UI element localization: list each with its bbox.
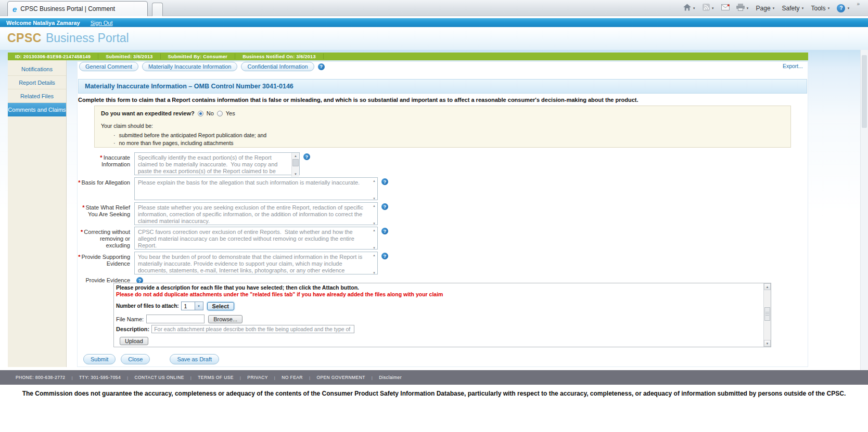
save-as-draft-button[interactable]: Save as Draft: [170, 354, 219, 364]
attachment-warning: Please do not add duplicate attachments …: [116, 291, 443, 297]
claim-bullet: no more than five pages, including attac…: [113, 140, 266, 146]
scroll-up-icon[interactable]: ▲: [764, 283, 771, 290]
inaccurate-information-textarea[interactable]: [134, 152, 300, 175]
feeds-button[interactable]: ▼: [703, 4, 714, 12]
scrollbar-thumb[interactable]: [764, 307, 770, 321]
required-marker: *: [81, 229, 83, 235]
relief-seeking-textarea[interactable]: [134, 202, 378, 225]
chevron-down-icon: ▼: [827, 7, 831, 10]
correcting-without-removing-textarea[interactable]: [134, 227, 378, 250]
toolbar-overflow-icon[interactable]: »: [857, 1, 860, 7]
sidebar-item-comments-and-claims[interactable]: Comments and Claims: [8, 103, 66, 116]
site-header: CPSC Business Portal Reports Business Ac…: [0, 27, 868, 50]
safety-menu[interactable]: Safety ▼: [782, 5, 805, 12]
textarea-scrollbar[interactable]: ▲ ▼: [291, 153, 299, 177]
field-help-icon[interactable]: ?: [381, 203, 388, 210]
chevron-down-icon: ▼: [847, 7, 850, 10]
chevron-down-icon: ▼: [772, 7, 775, 10]
new-tab-button[interactable]: [152, 3, 163, 16]
tabs-help-icon[interactable]: ?: [318, 63, 325, 70]
footer-open-government[interactable]: OPEN GOVERNMENT: [316, 375, 379, 380]
home-button[interactable]: ▼: [683, 4, 696, 12]
basis-for-allegation-textarea[interactable]: [134, 177, 378, 200]
help-menu[interactable]: ? ▼: [837, 4, 850, 12]
attachment-scrollbar[interactable]: ▲ ▼: [763, 283, 771, 347]
field-label: Provide Supporting Evidence: [81, 254, 130, 267]
submit-button[interactable]: Submit: [83, 354, 116, 364]
scroll-down-icon[interactable]: ▼: [764, 340, 771, 347]
scroll-up-icon[interactable]: ▲: [292, 153, 299, 159]
print-button[interactable]: ▼: [736, 4, 749, 12]
field-help-icon[interactable]: ?: [381, 228, 388, 234]
upload-button[interactable]: Upload: [120, 337, 148, 345]
description-input[interactable]: [151, 325, 354, 333]
welcome-text: Welcome Nataliya Zamaray: [6, 20, 80, 26]
file-name-input[interactable]: [146, 315, 205, 323]
site-footer: PHONE: 800-638-2772 TTY: 301-595-7054 CO…: [0, 370, 868, 385]
scroll-down-icon[interactable]: ▼: [292, 171, 299, 177]
mail-icon: [721, 4, 730, 12]
scroll-up-icon[interactable]: ▲: [373, 204, 376, 207]
read-mail-button[interactable]: [721, 4, 730, 12]
safety-menu-label: Safety: [782, 5, 800, 12]
sidebar-item-report-details[interactable]: Report Details: [8, 76, 66, 89]
page-menu[interactable]: Page ▼: [756, 5, 775, 12]
footer-disclaimer-link[interactable]: Disclaimer: [379, 375, 402, 380]
scroll-up-icon[interactable]: ▲: [373, 229, 376, 232]
files-count-dropdown-icon[interactable]: ▼: [195, 302, 203, 310]
footer-privacy[interactable]: PRIVACY: [247, 375, 282, 380]
radio-no[interactable]: [198, 111, 203, 116]
sidebar-item-notifications[interactable]: Notifications: [8, 62, 66, 76]
close-button[interactable]: Close: [121, 354, 150, 364]
help-icon: ?: [837, 4, 845, 12]
tab-general-comment[interactable]: General Comment: [79, 62, 138, 71]
browse-button[interactable]: Browse...: [208, 315, 242, 323]
footer-tty[interactable]: TTY: 301-595-7054: [79, 375, 135, 380]
field-help-icon[interactable]: ?: [381, 178, 388, 185]
scroll-down-icon[interactable]: ▼: [373, 197, 376, 200]
footer-contact-us[interactable]: CONTACT US ONLINE: [135, 375, 198, 380]
browser-chrome: e CPSC Business Portal | Comment ▼ ▼ ▼ P…: [0, 0, 868, 16]
footer-terms-of-use[interactable]: TERMS OF USE: [198, 375, 247, 380]
files-count-select[interactable]: 1: [181, 302, 195, 310]
attachment-panel: Please provide a description for each fi…: [113, 283, 771, 347]
application-window: e CPSC Business Portal | Comment ▼ ▼ ▼ P…: [0, 0, 868, 432]
report-business-notified: Business Notified On: 3/6/2013: [235, 54, 324, 59]
scrollbar-thumb[interactable]: [862, 55, 867, 128]
sign-out-link[interactable]: Sign Out: [91, 20, 113, 26]
claim-bullet: submitted before the anticipated Report …: [113, 132, 266, 138]
scroll-down-icon[interactable]: ▼: [373, 222, 376, 225]
chevron-down-icon: ▼: [711, 7, 714, 10]
scroll-down-icon[interactable]: ▼: [373, 271, 376, 274]
sidebar-collapse-icon[interactable]: «: [67, 5, 70, 10]
field-help-icon[interactable]: ?: [303, 153, 310, 160]
scroll-up-icon[interactable]: ▲: [373, 254, 376, 257]
scrollbar-thumb[interactable]: [292, 159, 299, 166]
scroll-down-icon[interactable]: ▼: [373, 246, 376, 250]
field-row-basis-for-allegation: *Basis for Allegation ▲ ▼ ?: [78, 177, 388, 202]
field-row-supporting-evidence: *Provide Supporting Evidence ▲ ▼ ?: [78, 252, 388, 277]
rss-feed-icon: [703, 4, 710, 12]
field-row-relief-seeking: *State What Relief You Are Seeking ▲ ▼ ?: [78, 202, 388, 227]
footer-no-fear[interactable]: NO FEAR: [282, 375, 316, 380]
report-id: ID: 20130306-81E98-2147458149: [8, 54, 98, 59]
scroll-up-icon[interactable]: ▲: [373, 179, 376, 182]
browser-tab[interactable]: e CPSC Business Portal | Comment: [7, 1, 148, 16]
report-submitted-by: Submitted By: Consumer: [161, 54, 236, 59]
form-intro-text: Complete this form to claim that a Repor…: [78, 97, 804, 103]
footer-phone[interactable]: PHONE: 800-638-2772: [16, 375, 79, 380]
select-button[interactable]: Select: [207, 302, 234, 310]
radio-yes[interactable]: [217, 111, 223, 116]
sidebar: Notifications Report Details Related Fil…: [8, 60, 67, 367]
tools-menu[interactable]: Tools ▼: [811, 5, 831, 12]
field-help-icon[interactable]: ?: [381, 253, 388, 259]
export-link[interactable]: Export...: [783, 63, 803, 69]
claim-note: Your claim should be:: [101, 123, 153, 129]
supporting-evidence-textarea[interactable]: [134, 252, 378, 274]
required-marker: *: [78, 254, 80, 260]
sidebar-item-related-files[interactable]: Related Files: [8, 89, 66, 103]
field-label: Correcting without removing or excluding: [84, 229, 130, 248]
tab-confidential-information[interactable]: Confidential Information: [241, 62, 314, 71]
browser-scrollbar[interactable]: [860, 50, 868, 370]
tab-materially-inaccurate-information[interactable]: Materially Inaccurate Information: [142, 62, 238, 71]
